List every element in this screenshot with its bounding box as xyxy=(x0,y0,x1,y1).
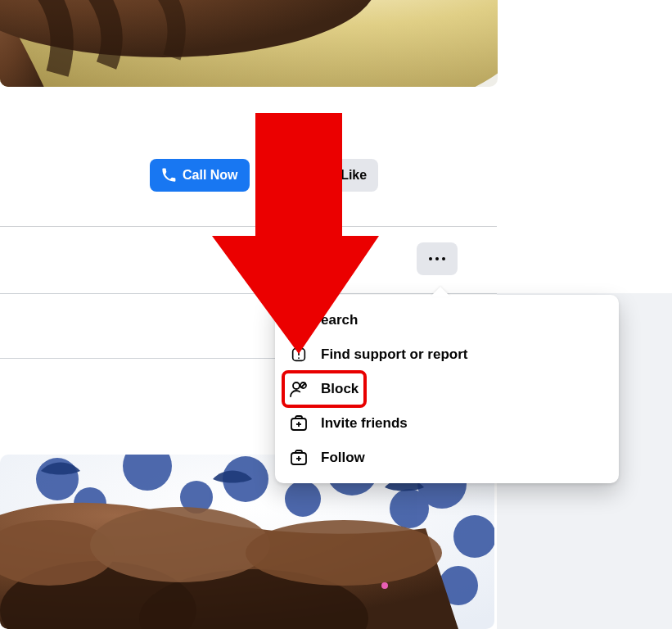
menu-block-label: Block xyxy=(321,381,359,397)
page-actions-row: Call Now age Like xyxy=(150,159,378,192)
call-now-label: Call Now xyxy=(183,168,238,183)
more-options-button[interactable] xyxy=(417,242,458,275)
menu-item-block[interactable]: Block xyxy=(283,372,365,406)
thumb-up-icon xyxy=(319,168,334,183)
svg-point-27 xyxy=(390,489,429,528)
block-user-icon xyxy=(288,378,309,400)
svg-point-33 xyxy=(90,507,270,582)
divider xyxy=(0,226,497,227)
menu-support-label: Find support or report xyxy=(321,346,467,363)
menu-search-label-partial: earch xyxy=(321,312,358,328)
menu-item-search[interactable]: earch xyxy=(283,303,611,337)
more-options-menu: earch Find support or report Block xyxy=(275,295,619,483)
message-label-partial: age xyxy=(266,168,289,183)
svg-point-8 xyxy=(293,382,300,389)
message-button[interactable]: age xyxy=(258,159,300,192)
call-now-button[interactable]: Call Now xyxy=(150,159,250,192)
follow-icon xyxy=(288,447,309,468)
svg-point-35 xyxy=(381,582,388,589)
cover-photo-svg xyxy=(0,0,498,87)
menu-follow-label: Follow xyxy=(321,450,365,466)
ellipsis-icon xyxy=(429,257,445,260)
invite-friends-icon xyxy=(288,413,309,434)
menu-item-find-support[interactable]: Find support or report xyxy=(283,337,611,372)
menu-item-follow[interactable]: Follow xyxy=(283,441,611,475)
svg-point-28 xyxy=(453,515,494,558)
svg-point-34 xyxy=(246,520,442,586)
like-button[interactable]: Like xyxy=(308,159,378,192)
menu-invite-label: Invite friends xyxy=(321,415,408,432)
phone-icon xyxy=(161,168,176,183)
menu-item-invite-friends[interactable]: Invite friends xyxy=(283,406,611,441)
cover-photo[interactable] xyxy=(0,0,498,87)
page-stage: Call Now age Like earch xyxy=(0,0,672,629)
svg-point-7 xyxy=(298,357,300,359)
svg-point-26 xyxy=(285,481,321,517)
report-icon xyxy=(288,344,309,365)
svg-line-10 xyxy=(301,383,305,387)
like-label: Like xyxy=(341,168,367,183)
